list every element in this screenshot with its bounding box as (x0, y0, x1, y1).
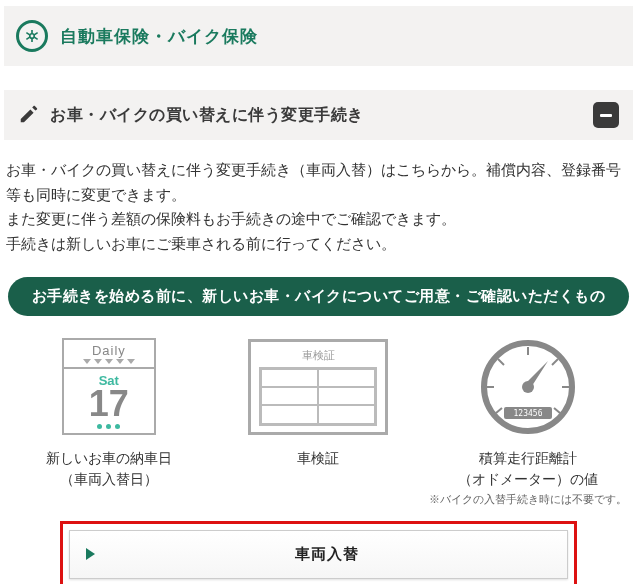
preparation-banner: お手続きを始める前に、新しいお車・バイクについてご用意・ご確認いただくもの (8, 277, 629, 316)
svg-line-13 (496, 408, 502, 413)
collapse-button[interactable] (593, 102, 619, 128)
svg-line-9 (498, 359, 504, 365)
section-header[interactable]: お車・バイクの買い替えに伴う変更手続き (4, 90, 633, 140)
svg-line-10 (552, 359, 558, 365)
description-text: お車・バイクの買い替えに伴う変更手続き（車両入替）はこちらから。補償内容、登録番… (0, 140, 637, 263)
document-icon: 車検証 (248, 339, 388, 435)
page-header: 自動車保険・バイク保険 (4, 6, 633, 66)
item-delivery-date: Daily Sat 17 新しいお車の納車日 （車両入替日） (9, 332, 209, 490)
item-sublabel: ※バイクの入替手続き時には不要です。 (429, 492, 627, 507)
odometer-icon: 123456 (468, 337, 588, 437)
minus-icon (600, 114, 612, 117)
edit-icon (18, 103, 40, 128)
document-inner-title: 車検証 (259, 348, 377, 363)
vehicle-replace-button[interactable]: 車両入替 (69, 530, 568, 579)
item-label: 新しいお車の納車日 （車両入替日） (46, 448, 172, 490)
description-line: また変更に伴う差額の保険料もお手続きの途中でご確認できます。 (6, 207, 631, 232)
calendar-day-number: 17 (89, 386, 129, 422)
page-title: 自動車保険・バイク保険 (60, 25, 258, 48)
item-label: 積算走行距離計 （オドメーター）の値 (458, 448, 598, 490)
section-title: お車・バイクの買い替えに伴う変更手続き (50, 105, 364, 126)
description-line: 手続きは新しいお車にご乗車される前に行ってください。 (6, 232, 631, 257)
calendar-daily-label: Daily (92, 343, 126, 358)
svg-line-4 (34, 37, 37, 39)
description-line: お車・バイクの買い替えに伴う変更手続き（車両入替）はこちらから。補償内容、登録番… (6, 158, 631, 207)
play-arrow-icon (86, 548, 95, 560)
svg-line-6 (26, 37, 29, 39)
preparation-items: Daily Sat 17 新しいお車の納車日 （車両入替日） 車検証 車検証 (0, 324, 637, 513)
item-odometer: 123456 積算走行距離計 （オドメーター）の値 ※バイクの入替手続き時には不… (428, 332, 628, 507)
svg-marker-16 (524, 361, 548, 389)
cta-highlight-frame: 車両入替 (60, 521, 577, 584)
cta-label: 車両入替 (103, 545, 551, 564)
svg-line-14 (554, 408, 560, 413)
svg-line-3 (26, 33, 29, 35)
svg-line-5 (34, 33, 37, 35)
item-vehicle-cert: 車検証 車検証 (218, 332, 418, 469)
calendar-icon: Daily Sat 17 (62, 338, 156, 435)
svg-point-0 (30, 34, 35, 39)
item-label: 車検証 (297, 448, 339, 469)
odometer-digits: 123456 (514, 409, 543, 418)
steering-wheel-icon (16, 20, 48, 52)
